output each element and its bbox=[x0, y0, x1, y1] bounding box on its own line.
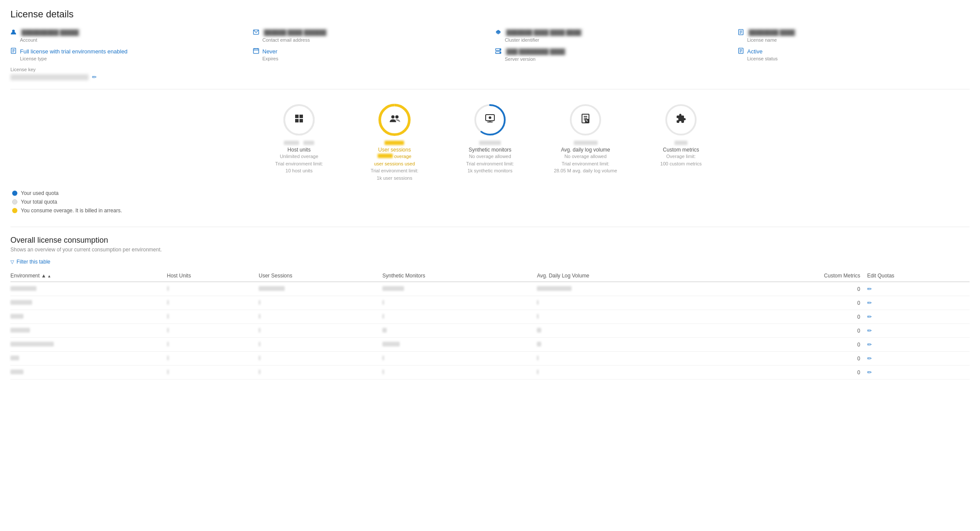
monitors-blur bbox=[382, 369, 384, 374]
consumption-table: Environment ▲ Host Units User Sessions S… bbox=[10, 270, 970, 379]
edit-quota-icon[interactable]: ✏ bbox=[867, 300, 872, 306]
host-blur bbox=[167, 300, 169, 305]
cell-synthetic-monitors bbox=[382, 324, 537, 338]
edit-quota-icon[interactable]: ✏ bbox=[867, 369, 872, 376]
status-icon bbox=[738, 48, 745, 55]
cell-environment bbox=[10, 282, 167, 296]
cell-host-units bbox=[167, 282, 259, 296]
license-name-label: License name bbox=[747, 37, 970, 43]
col-avg-daily-log[interactable]: Avg. Daily Log Volume bbox=[537, 270, 723, 282]
legend-dot-gray bbox=[12, 199, 17, 204]
monitors-blur bbox=[382, 300, 384, 305]
quota-avg-daily-log: Avg. daily log volume No overage allowed… bbox=[551, 102, 620, 181]
env-name-blur bbox=[10, 369, 23, 374]
cell-edit-quotas: ✏ bbox=[867, 352, 970, 366]
custom-metrics-sub2: 100 custom metrics bbox=[660, 160, 701, 168]
user-sessions-sub2: user sessions used bbox=[371, 160, 418, 168]
cluster-icon bbox=[495, 29, 502, 36]
server-icon bbox=[495, 48, 502, 56]
cell-environment bbox=[10, 296, 167, 310]
log-blur bbox=[537, 369, 539, 374]
cell-avg-daily-log bbox=[537, 324, 723, 338]
cell-host-units bbox=[167, 338, 259, 352]
cell-avg-daily-log bbox=[537, 282, 723, 296]
sessions-blur bbox=[259, 369, 260, 374]
col-user-sessions[interactable]: User Sessions bbox=[259, 270, 382, 282]
license-field-status: Active License status bbox=[738, 48, 970, 62]
edit-license-key-icon[interactable]: ✏ bbox=[92, 74, 97, 80]
edit-quota-icon[interactable]: ✏ bbox=[867, 355, 872, 362]
svg-point-17 bbox=[500, 52, 501, 53]
cell-custom-metrics: 0 bbox=[723, 352, 867, 366]
host-blur bbox=[167, 369, 169, 374]
svg-rect-26 bbox=[295, 119, 299, 122]
env-name-blur bbox=[10, 314, 23, 319]
edit-quota-icon[interactable]: ✏ bbox=[867, 327, 872, 334]
table-row: 0✏ bbox=[10, 310, 970, 324]
env-name-blur bbox=[10, 342, 54, 346]
account-value: ██████████ █████ bbox=[20, 29, 80, 36]
cell-avg-daily-log bbox=[537, 296, 723, 310]
legend-dot-blue bbox=[12, 191, 17, 196]
legend-item-blue: Your used quota bbox=[12, 190, 970, 196]
avg-daily-log-name: Avg. daily log volume bbox=[554, 147, 617, 153]
legend-label-gray: Your total quota bbox=[21, 199, 57, 205]
edit-quota-icon[interactable]: ✏ bbox=[867, 341, 872, 348]
legend-item-gray: Your total quota bbox=[12, 199, 970, 205]
cell-synthetic-monitors bbox=[382, 282, 537, 296]
consumption-title: Overall license consumption bbox=[10, 236, 970, 245]
quota-user-sessions-circle bbox=[377, 102, 412, 137]
log-blur bbox=[537, 314, 539, 319]
license-key-section: License key ✏ bbox=[10, 67, 970, 80]
log-blur bbox=[537, 300, 539, 305]
avg-daily-log-sub2: Trial environment limit: bbox=[554, 160, 617, 168]
col-environment[interactable]: Environment ▲ bbox=[10, 270, 167, 282]
user-sessions-sub4: 1k user sessions bbox=[371, 175, 418, 182]
license-field-server: ███ ████████ ████ Server version bbox=[495, 48, 727, 62]
cell-custom-metrics: 0 bbox=[723, 366, 867, 379]
consumption-subtitle: Shows an overview of your current consum… bbox=[10, 247, 970, 253]
edit-quota-icon[interactable]: ✏ bbox=[867, 313, 872, 320]
filter-label[interactable]: Filter this table bbox=[16, 259, 50, 265]
host-units-icon bbox=[294, 113, 304, 126]
license-type-value: Full license with trial environments ena… bbox=[20, 48, 128, 55]
synthetic-monitors-sub2: Trial environment limit: bbox=[466, 160, 514, 168]
svg-rect-24 bbox=[295, 115, 299, 118]
monitors-blur bbox=[382, 314, 384, 319]
edit-quota-icon[interactable]: ✏ bbox=[867, 286, 872, 292]
log-blur bbox=[537, 342, 541, 346]
env-name-blur bbox=[10, 286, 36, 291]
cell-edit-quotas: ✏ bbox=[867, 324, 970, 338]
cell-host-units bbox=[167, 352, 259, 366]
cell-host-units bbox=[167, 310, 259, 324]
license-fields-grid: ██████████ █████ Account ██████ ████ ███… bbox=[10, 29, 970, 62]
host-units-sub1: Unlimited overage bbox=[275, 153, 323, 160]
license-key-value: ✏ bbox=[10, 74, 970, 80]
svg-rect-10 bbox=[253, 49, 258, 53]
cluster-label: Cluster identifier bbox=[505, 37, 727, 43]
filter-row[interactable]: ▽ Filter this table bbox=[10, 259, 970, 265]
user-sessions-sub3: Trial environment limit: bbox=[371, 167, 418, 175]
quota-host-units-circle bbox=[282, 102, 316, 137]
cell-host-units bbox=[167, 366, 259, 379]
quota-user-sessions: User sessions overage user sessions used… bbox=[360, 102, 429, 181]
sessions-blur bbox=[259, 300, 260, 305]
col-synthetic-monitors[interactable]: Synthetic Monitors bbox=[382, 270, 537, 282]
col-edit-quotas: Edit Quotas bbox=[867, 270, 970, 282]
col-host-units[interactable]: Host Units bbox=[167, 270, 259, 282]
divider-2 bbox=[10, 227, 970, 227]
cell-user-sessions bbox=[259, 324, 382, 338]
monitors-blur bbox=[382, 342, 400, 346]
cell-synthetic-monitors bbox=[382, 352, 537, 366]
legend-dot-yellow bbox=[12, 208, 17, 213]
quota-synthetic-monitors: Synthetic monitors No overage allowed Tr… bbox=[455, 102, 525, 181]
cell-user-sessions bbox=[259, 352, 382, 366]
cell-custom-metrics: 0 bbox=[723, 338, 867, 352]
cell-edit-quotas: ✏ bbox=[867, 366, 970, 379]
filter-icon: ▽ bbox=[10, 259, 14, 265]
monitors-blur bbox=[382, 328, 387, 333]
col-custom-metrics[interactable]: Custom Metrics bbox=[723, 270, 867, 282]
sessions-blur bbox=[259, 314, 260, 319]
host-units-name: Host units bbox=[275, 147, 323, 153]
page-title: License details bbox=[10, 9, 970, 20]
